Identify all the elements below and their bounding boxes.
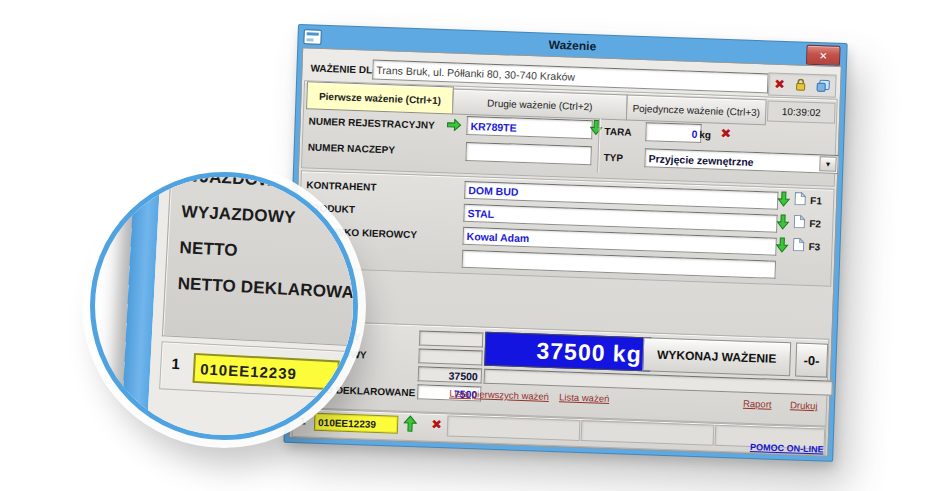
clock: 10:39:02: [767, 100, 836, 123]
type-label: TYP: [603, 152, 623, 164]
type-value: Przyjęcie zewnętrzne: [648, 152, 753, 168]
f3-key-label: F3: [808, 241, 820, 252]
f1-key-label: F1: [810, 195, 822, 206]
netto-field: 37500: [418, 366, 482, 383]
zero-button[interactable]: -0-: [795, 343, 828, 378]
outbound-field: [418, 348, 482, 365]
tab-single-weighing[interactable]: Pojedyncze ważenie (Ctrl+3): [626, 94, 767, 125]
tara-field[interactable]: 0: [645, 122, 702, 143]
magnifier-circle: WJAZDOWY WYJAZDOWY NETTO NETTO DEKLAROWA…: [90, 172, 358, 440]
contractor-value: DOM BUD: [468, 184, 519, 198]
tara-value: 0: [691, 127, 697, 139]
screenshot-canvas: Ważenie ✕ WAŻENIE DLA Trans Bruk, ul. Pó…: [0, 0, 942, 491]
magnified-netto-declared-label: NETTO DEKLAROWANE: [177, 274, 358, 304]
chevron-down-icon[interactable]: ▼: [819, 156, 837, 172]
report-link[interactable]: Raport: [743, 398, 772, 410]
netto-value: 37500: [448, 369, 478, 382]
magnified-netto-label: NETTO: [179, 238, 238, 261]
weight-display: 37500 kg: [484, 332, 651, 372]
perform-weighing-button[interactable]: WYKONAJ WAŻENIE: [642, 337, 791, 376]
weighing-window: Ważenie ✕ WAŻENIE DLA Trans Bruk, ul. Pó…: [284, 25, 846, 461]
magnifier-content: WJAZDOWY WYJAZDOWY NETTO NETTO DEKLAROWA…: [90, 172, 358, 440]
wazenie-dla-label: WAŻENIE DLA: [310, 62, 379, 75]
weight-display-value: 37500 kg: [536, 337, 642, 368]
arrow-down-icon[interactable]: [777, 191, 791, 207]
tab-label: Drugie ważenie (Ctrl+2): [487, 97, 593, 112]
document-icon[interactable]: [792, 237, 804, 251]
magnified-plate-value: 010EE12239: [200, 360, 298, 382]
plate-value: 010EE12239: [318, 416, 376, 429]
magnified-outbound-label: WYJAZDOWY: [181, 202, 296, 228]
magnified-row-index: 1: [171, 355, 180, 372]
address-value: Trans Bruk, ul. Półłanki 80, 30-740 Krak…: [376, 64, 575, 83]
perform-weighing-label: WYKONAJ WAŻENIE: [657, 348, 777, 366]
arrow-down-icon[interactable]: [775, 237, 789, 253]
tara-unit: kg: [699, 129, 711, 140]
window-content: WAŻENIE DLA Trans Bruk, ul. Półłanki 80,…: [289, 47, 842, 457]
plate-field[interactable]: 010EE12239: [314, 413, 399, 434]
document-icon[interactable]: [793, 214, 805, 228]
tab-label: Pojedyncze ważenie (Ctrl+3): [632, 102, 760, 117]
row-index: 1: [300, 415, 306, 426]
print-link[interactable]: Drukuj: [790, 399, 818, 411]
delete-icon[interactable]: ✖: [774, 78, 785, 91]
registration-value: KR789TE: [470, 120, 517, 134]
clock-value: 10:39:02: [782, 106, 821, 118]
lock-icon[interactable]: [795, 78, 806, 91]
arrow-right-icon: [446, 118, 461, 132]
toolbar-panel: ✖: [768, 72, 837, 97]
zero-button-label: -0-: [803, 352, 819, 368]
product-value: STAL: [467, 207, 494, 220]
document-icon[interactable]: [794, 191, 806, 205]
inbound-field: [419, 330, 483, 347]
clear-tara-icon[interactable]: ✖: [720, 127, 731, 140]
arrow-down-icon[interactable]: [589, 119, 603, 135]
tara-label: TARA: [604, 126, 631, 138]
driver-value: Kowal Adam: [467, 230, 530, 244]
copy-icon[interactable]: [816, 79, 830, 92]
delete-row-icon[interactable]: ✖: [431, 418, 442, 431]
magnified-inbound-label: WJAZDOWY: [183, 172, 287, 191]
magnified-plate-field: 010EE12239: [192, 353, 339, 391]
arrow-down-icon[interactable]: [776, 214, 790, 230]
weighings-list-link[interactable]: Lista ważeń: [559, 391, 610, 404]
arrow-up-icon[interactable]: [403, 415, 418, 432]
f2-key-label: F2: [809, 218, 821, 229]
tab-first-weighing[interactable]: Pierwsze ważenie (Ctrl+1): [306, 81, 454, 114]
close-button[interactable]: ✕: [806, 45, 841, 66]
tab-label: Pierwsze ważenie (Ctrl+1): [319, 90, 441, 105]
